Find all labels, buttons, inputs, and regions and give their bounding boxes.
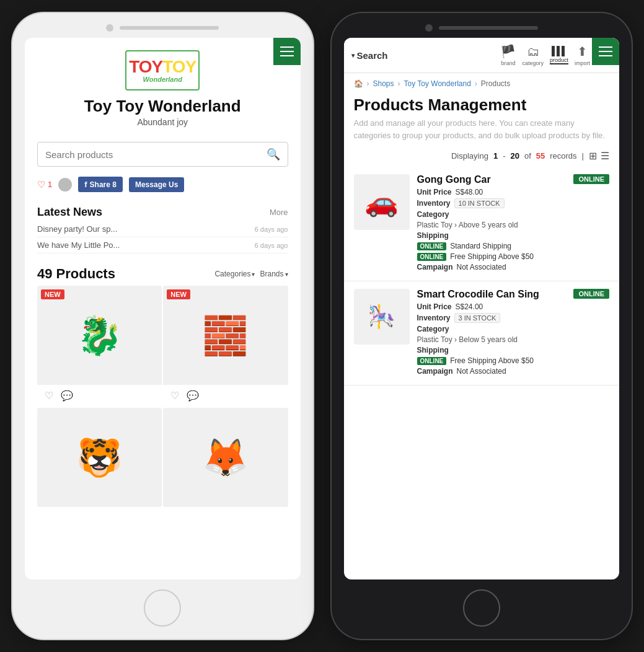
records-of: of [524,151,531,161]
comment-icon[interactable]: 💬 [187,390,199,402]
product-actions: ♡ 💬 [37,385,162,407]
toolbar-brand[interactable]: 🏴 brand [500,44,516,66]
shipping-online-badge: ONLINE [417,242,447,250]
like-button[interactable]: ♡ 1 [37,179,52,190]
like-icon[interactable]: ♡ [170,390,179,402]
message-button[interactable]: Message Us [129,177,184,192]
category-row: Category [417,325,610,333]
search-bar[interactable]: 🔍 [37,142,288,167]
separator: › [475,79,477,88]
product-thumbnail: 🚗 [354,174,410,230]
shipping-label: Shipping [417,231,449,240]
table-row[interactable]: 🚗 Gong Gong Car ONLINE Unit Price S$48.0… [344,167,620,281]
product-list: 🚗 Gong Gong Car ONLINE Unit Price S$48.0… [344,167,620,385]
product-actions: ♡ 💬 [163,385,288,407]
hamburger-line [599,51,612,52]
home-link[interactable]: 🏠 [354,79,363,88]
brand-icon: 🏴 [500,44,516,59]
home-button[interactable] [144,589,181,627]
news-item-title: Disney party! Our sp... [37,224,117,234]
product-label: product [550,57,568,63]
product-info: Smart Crocodile Can Sing ONLINE Unit Pri… [417,289,610,377]
category-icon: 🗂 [527,45,539,59]
view-icons: ⊞ ☰ [589,150,609,162]
shipping-online-badge: ONLINE [417,253,447,261]
hamburger-line [280,46,294,48]
home-button[interactable] [463,589,500,627]
shipping-line-1: Free Shipping Above $50 [450,356,534,365]
unit-price-row: Unit Price S$48.00 [417,188,610,196]
like-icon[interactable]: ♡ [45,390,53,402]
menu-button[interactable] [592,38,619,65]
product-image: NEW 🐉 [37,286,162,385]
heart-icon: ♡ [37,179,45,190]
toolbar-product[interactable]: ▌▌▌ product [550,46,568,64]
campaign-label: Campaign [417,263,453,271]
product-card[interactable]: 🦊 [163,408,288,507]
comment-icon[interactable]: 💬 [61,390,73,402]
brands-filter[interactable]: Brands [260,270,288,278]
menu-button[interactable] [273,38,301,65]
campaign-row: Campaign Not Associated [417,367,610,376]
shipping-label: Shipping [417,346,449,355]
search-input[interactable] [45,149,267,160]
grid-view-icon[interactable]: ⊞ [589,150,597,162]
import-icon: ⬆ [577,44,588,59]
camera-dot [425,24,433,32]
shipping-row-2: ONLINE Free Shipping Above $50 [417,252,610,261]
shipping-line-1: Standard Shipping [450,242,511,250]
product-name-row: Smart Crocodile Can Sing ONLINE [417,289,610,300]
toolbar-import[interactable]: ⬆ import [575,44,590,66]
category-path: Plastic Toy › Below 5 years old [417,335,518,344]
page-title: Products Management [354,95,610,115]
product-card[interactable]: 🐯 [37,408,162,507]
campaign-value: Not Associated [457,263,506,271]
hamburger-line [280,55,294,56]
brand-label: brand [501,60,515,66]
news-item-title: We have My Little Po... [37,240,120,250]
news-more-link[interactable]: More [270,208,288,217]
table-row[interactable]: 🎠 Smart Crocodile Can Sing ONLINE Unit P… [344,281,620,385]
avatar [58,178,72,192]
shop-link[interactable]: Toy Toy Wonderland [404,79,471,88]
product-card[interactable]: NEW 🧱 ♡ 💬 [163,286,288,407]
search-toggle[interactable]: ▾ Search [351,50,388,61]
right-phone: ▾ Search 🏴 brand 🗂 category ▌▌▌ product [332,13,632,639]
stock-badge: 10 IN STOCK [454,198,505,208]
product-card[interactable]: NEW 🐉 ♡ 💬 [37,286,162,407]
records-prefix: Displaying [451,151,488,161]
product-name: Gong Gong Car [417,174,491,185]
shops-link[interactable]: Shops [373,79,394,88]
product-thumbnail: 🎠 [354,289,410,345]
hamburger-line [599,55,612,56]
logo-bottom: Wonderland [143,76,182,83]
products-header: 49 Products Categories Brands [25,260,301,286]
facebook-share-button[interactable]: f Share 8 [78,177,123,192]
categories-filter[interactable]: Categories [214,270,255,278]
list-item: We have My Little Po... 6 days ago [37,237,288,253]
list-item: Disney party! Our sp... 6 days ago [37,221,288,237]
new-badge: NEW [41,289,64,299]
store-logo: TOYTOY Wonderland [125,50,200,90]
separator: › [398,79,400,88]
dropdown-arrow-icon: ▾ [351,52,355,59]
records-bar: Displaying 1 - 20 of 55 records | ⊞ ☰ [344,146,620,167]
stock-badge: 3 IN STOCK [454,313,501,323]
shipping-row-1: ONLINE Standard Shipping [417,242,610,250]
news-list: Disney party! Our sp... 6 days ago We ha… [25,221,301,260]
unit-price-row: Unit Price S$24.00 [417,302,610,311]
product-emoji: 🐉 [76,314,123,358]
product-emoji: 🧱 [202,314,249,358]
records-end: 20 [510,151,519,161]
search-label: Search [357,50,388,61]
list-view-icon[interactable]: ☰ [601,150,609,162]
unit-price: S$24.00 [456,302,483,311]
inventory-label: Inventory [417,314,451,322]
filter-buttons: Categories Brands [214,270,288,278]
shipping-label-row: Shipping [417,231,610,240]
top-bar-left [12,13,313,38]
toolbar-category[interactable]: 🗂 category [522,45,544,66]
product-image: 🦊 [163,408,288,507]
records-start: 1 [493,151,498,161]
news-title: Latest News [37,206,102,219]
